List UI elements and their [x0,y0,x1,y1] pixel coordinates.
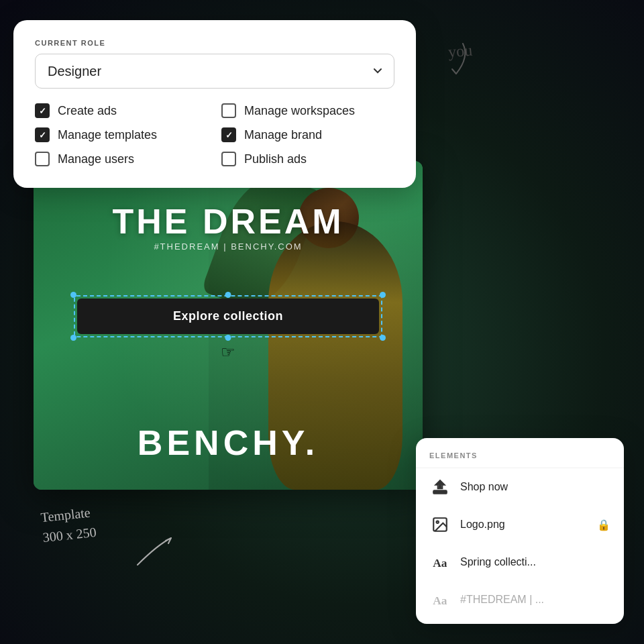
upload-icon [429,476,451,498]
handle-br [380,335,386,341]
checkbox-create-ads[interactable] [35,103,50,118]
element-item-spring[interactable]: Aa Spring collecti... [416,543,624,581]
text-icon: Aa [429,551,451,573]
ad-canvas: THE DREAM #THEDREAM | BENCHY.COM Explore… [34,161,423,490]
checkbox-manage-users[interactable] [35,152,50,166]
permission-manage-users[interactable]: Manage users [35,152,208,166]
svg-point-2 [437,521,439,523]
label-manage-workspaces: Manage workspaces [244,104,355,118]
permission-create-ads[interactable]: Create ads [35,103,208,118]
role-panel: CURRENT ROLE Designer Admin Publisher Vi… [13,20,416,188]
ad-selection-container: Explore collection ☞ [74,295,382,337]
ad-cta-button[interactable]: Explore collection [77,299,379,334]
cursor-pointer: ☞ [221,343,235,362]
label-manage-users: Manage users [58,152,134,166]
text-small-icon: Aa [429,589,451,610]
ad-button-wrapper: Explore collection ☞ [74,295,382,337]
label-manage-templates: Manage templates [58,128,157,142]
lock-icon: 🔒 [597,519,610,531]
label-create-ads: Create ads [58,104,117,118]
element-item-logo[interactable]: Logo.png 🔒 [416,506,624,543]
element-label-spring: Spring collecti... [460,556,610,568]
checkbox-manage-workspaces[interactable] [221,103,236,118]
element-item-shop-now[interactable]: Shop now [416,468,624,506]
role-select[interactable]: Designer Admin Publisher Viewer [35,54,394,89]
elements-panel: ELEMENTS Shop now Logo.png 🔒 [416,438,624,624]
permission-manage-workspaces[interactable]: Manage workspaces [221,103,394,118]
checkbox-manage-templates[interactable] [35,127,50,142]
checkbox-manage-brand[interactable] [221,127,236,142]
handle-tl [70,292,76,298]
svg-text:Aa: Aa [433,557,447,570]
ad-subtitle: #THEDREAM | BENCHY.COM [34,241,423,252]
label-manage-brand: Manage brand [244,128,322,142]
handle-bm [225,335,231,341]
template-annotation: Template 300 x 250 [40,502,97,547]
svg-text:Aa: Aa [433,594,447,607]
role-label: CURRENT ROLE [35,39,394,47]
label-publish-ads: Publish ads [244,152,307,166]
svg-rect-0 [433,490,447,493]
handle-tm [225,292,231,298]
elements-panel-title: ELEMENTS [416,451,624,468]
template-arrow [131,531,178,572]
element-label-shop-now: Shop now [460,481,610,493]
checkbox-publish-ads[interactable] [221,152,236,166]
permission-manage-templates[interactable]: Manage templates [35,127,208,142]
you-annotation-area: you [423,37,476,87]
element-label-logo: Logo.png [460,519,588,531]
selection-box: Explore collection [74,295,382,337]
permission-manage-brand[interactable]: Manage brand [221,127,394,142]
handle-bl [70,335,76,341]
element-label-thedream: #THEDREAM | ... [460,594,610,606]
handle-tr [380,292,386,298]
permission-publish-ads[interactable]: Publish ads [221,152,394,166]
element-item-thedream[interactable]: Aa #THEDREAM | ... [416,581,624,619]
ad-brand: BENCHY. [34,423,423,463]
image-icon [429,514,451,535]
ad-title: THE DREAM [34,201,423,241]
permissions-grid: Create ads Manage workspaces Manage temp… [35,103,394,166]
you-text: you [447,41,473,61]
